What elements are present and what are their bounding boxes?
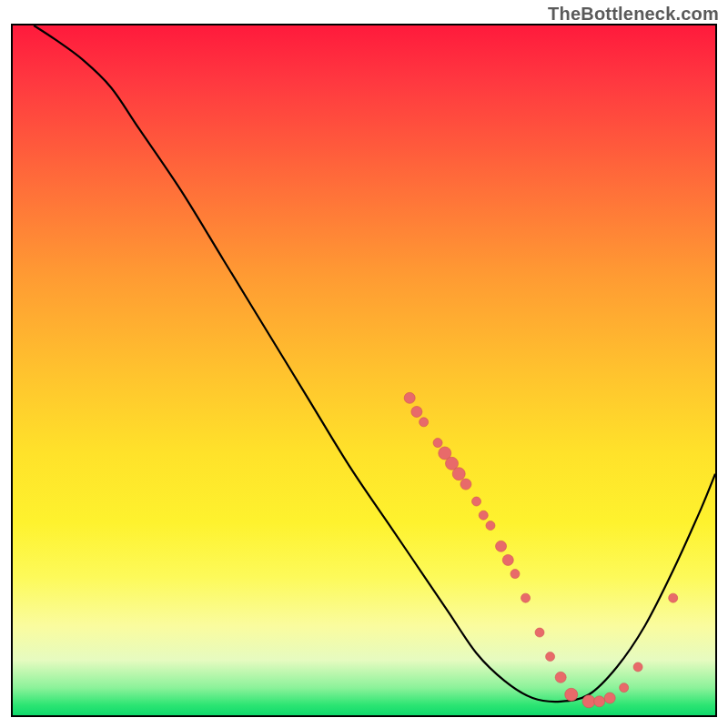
data-dot	[555, 672, 566, 682]
chart-frame	[11, 24, 717, 717]
data-dot	[404, 392, 415, 403]
data-dot	[472, 497, 481, 506]
data-dot	[511, 570, 520, 579]
data-dot	[479, 511, 488, 520]
data-dot	[433, 439, 442, 448]
data-dot	[496, 541, 507, 551]
data-dot	[620, 683, 629, 693]
data-dot	[420, 418, 429, 427]
chart-svg	[13, 25, 715, 715]
data-dot	[604, 693, 615, 703]
watermark-text: TheBottleneck.com	[548, 4, 719, 25]
data-dot	[633, 662, 642, 672]
data-dot	[669, 593, 678, 602]
data-dot	[411, 406, 422, 417]
data-dot	[582, 695, 595, 708]
data-dot	[460, 479, 471, 490]
data-dot	[521, 593, 531, 602]
data-dot	[594, 696, 605, 707]
data-dot	[502, 554, 513, 565]
data-dot	[535, 628, 544, 637]
data-dot	[486, 521, 495, 531]
data-dot	[452, 468, 465, 480]
data-dot	[565, 688, 578, 701]
bottleneck-curve	[34, 25, 715, 702]
data-dots	[404, 392, 678, 708]
data-dot	[546, 652, 555, 662]
